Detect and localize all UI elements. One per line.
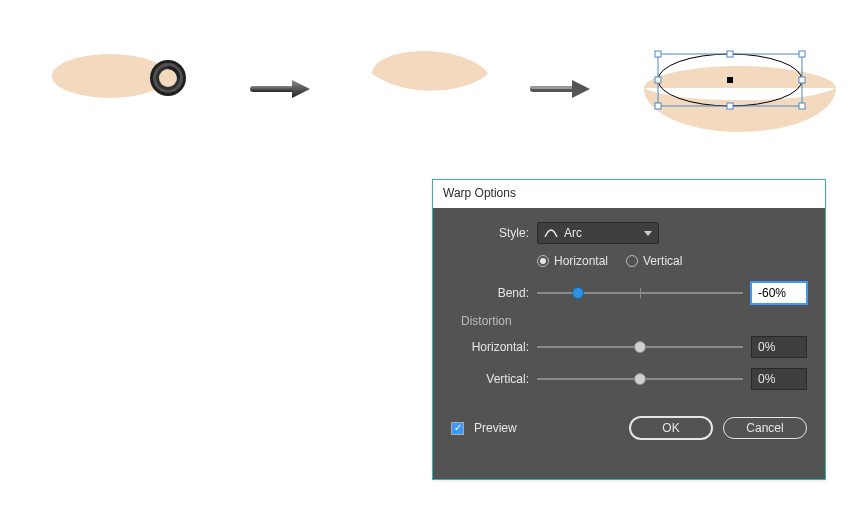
svg-rect-13 [655, 77, 661, 83]
style-label: Style: [451, 226, 529, 240]
svg-rect-14 [799, 77, 805, 83]
arrow-icon [250, 78, 312, 100]
orientation-horizontal-radio[interactable]: Horizontal [537, 254, 608, 268]
orientation-vertical-radio[interactable]: Vertical [626, 254, 682, 268]
slider-thumb-icon [634, 341, 646, 353]
distortion-v-value-input[interactable]: 0% [751, 368, 807, 390]
svg-rect-16 [727, 103, 733, 109]
svg-rect-7 [530, 86, 574, 89]
dialog-title: Warp Options [433, 180, 825, 208]
preview-label: Preview [474, 421, 517, 435]
svg-point-4 [159, 69, 177, 87]
bend-label: Bend: [451, 286, 529, 300]
svg-rect-5 [250, 86, 294, 92]
arc-style-icon [544, 227, 558, 239]
style-select[interactable]: Arc [537, 222, 659, 244]
step3-artwork [640, 36, 840, 146]
distortion-h-slider[interactable] [537, 340, 743, 354]
warp-options-dialog: Warp Options Style: Arc Horizontal [432, 179, 826, 480]
orientation-vertical-label: Vertical [643, 254, 682, 268]
ok-button[interactable]: OK [629, 416, 713, 440]
svg-rect-10 [655, 51, 661, 57]
distortion-v-label: Vertical: [451, 372, 529, 386]
step1-artwork [50, 40, 210, 120]
slider-thumb-icon [634, 373, 646, 385]
orientation-horizontal-label: Horizontal [554, 254, 608, 268]
distortion-section-label: Distortion [461, 314, 807, 328]
distortion-h-value-input[interactable]: 0% [751, 336, 807, 358]
svg-rect-17 [799, 103, 805, 109]
cancel-button[interactable]: Cancel [723, 417, 807, 439]
distortion-h-label: Horizontal: [451, 340, 529, 354]
distortion-v-slider[interactable] [537, 372, 743, 386]
svg-rect-11 [727, 51, 733, 57]
radio-dot-icon [626, 255, 638, 267]
dialog-body: Style: Arc Horizontal Ve [433, 208, 825, 479]
chevron-down-icon [644, 231, 652, 236]
bend-slider[interactable] [537, 286, 743, 300]
radio-dot-icon [537, 255, 549, 267]
illustration-strip [0, 0, 850, 150]
step2-artwork [370, 44, 490, 104]
svg-rect-12 [799, 51, 805, 57]
style-value: Arc [564, 226, 582, 240]
svg-rect-15 [655, 103, 661, 109]
arrow-icon [530, 78, 592, 100]
svg-rect-18 [727, 77, 733, 83]
bend-value-input[interactable]: -60% [751, 282, 807, 304]
slider-thumb-icon [572, 287, 584, 299]
preview-checkbox[interactable] [451, 422, 464, 435]
